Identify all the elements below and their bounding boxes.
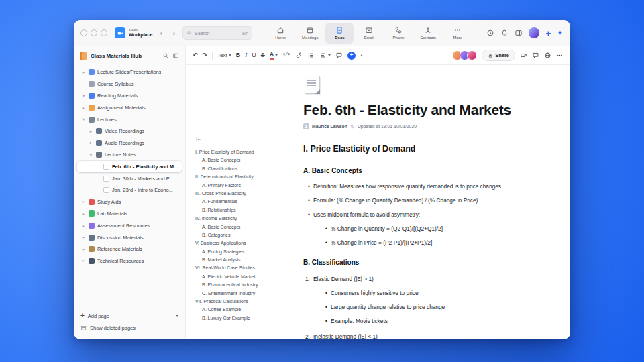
tree-chevron-icon[interactable]: ▸ bbox=[89, 129, 93, 134]
text-style-dropdown[interactable]: Text bbox=[217, 53, 231, 58]
open-comments-button[interactable] bbox=[532, 52, 539, 59]
content-block[interactable]: % Change in Quantity = (Q2-Q1)/[(Q2+Q1)/… bbox=[331, 225, 526, 233]
outline-entry[interactable]: C. Entertainment Industry bbox=[195, 290, 301, 298]
tree-chevron-icon[interactable]: ▾ bbox=[81, 93, 86, 99]
ai-companion-sparkle-icon[interactable] bbox=[557, 27, 564, 39]
tree-chevron-icon[interactable]: ▾ bbox=[89, 152, 93, 158]
tree-item[interactable]: Jan. 30th - Markets and P... bbox=[77, 172, 182, 184]
more-options-button[interactable] bbox=[556, 52, 564, 59]
bold-button[interactable]: B bbox=[236, 52, 241, 58]
italic-button[interactable]: I bbox=[245, 52, 247, 58]
align-dropdown[interactable] bbox=[319, 52, 331, 59]
tree-item[interactable]: ▸ Lecture Slides/Presentations bbox=[77, 66, 182, 78]
document-title[interactable]: Feb. 6th - Elasticity and Markets bbox=[303, 102, 526, 118]
comment-button[interactable] bbox=[335, 52, 343, 59]
content-block[interactable]: A. Basic Concepts bbox=[303, 166, 526, 176]
add-page-button[interactable]: + Add page bbox=[80, 312, 178, 319]
outline-entry[interactable]: B. Relationships bbox=[195, 206, 301, 215]
collapse-toolbar-button[interactable] bbox=[360, 54, 363, 56]
content-block[interactable]: I. Price Elasticity of Demand bbox=[303, 143, 526, 155]
content-block[interactable]: Formula: (% Change in Quantity Demanded)… bbox=[313, 196, 526, 204]
start-video-button[interactable] bbox=[520, 52, 527, 59]
outline-entry[interactable]: B. Classifications bbox=[195, 165, 301, 173]
content-block[interactable]: Definition: Measures how responsive quan… bbox=[313, 182, 526, 190]
outline-entry[interactable]: B. Categories bbox=[195, 231, 301, 239]
bullet-list-button[interactable] bbox=[307, 52, 315, 59]
outline-entry[interactable]: II. Determinants of Elasticity bbox=[195, 173, 301, 181]
add-plus-button[interactable]: + bbox=[545, 29, 551, 38]
tree-item[interactable]: ▸ Assignment Materials bbox=[77, 102, 182, 114]
outline-entry[interactable]: IV. Income Elasticity bbox=[195, 215, 301, 223]
tab-phone[interactable]: Phone bbox=[384, 23, 413, 44]
tree-item[interactable]: ▾ Reading Materials bbox=[77, 90, 182, 102]
side-panel-icon[interactable] bbox=[515, 29, 523, 37]
user-avatar[interactable] bbox=[529, 27, 539, 38]
tree-item[interactable]: ▸ Study Aids bbox=[77, 196, 182, 208]
notifications-bell-icon[interactable] bbox=[500, 29, 508, 37]
content-block[interactable]: Large quantity change relative to price … bbox=[331, 303, 526, 311]
outline-entry[interactable]: B. Market Analysis bbox=[195, 256, 301, 264]
tree-chevron-icon[interactable]: ▸ bbox=[81, 258, 86, 263]
tree-chevron-icon[interactable]: ▸ bbox=[81, 199, 86, 204]
outline-entry[interactable]: I. Price Elasticity of Demand bbox=[195, 148, 301, 156]
outline-entry[interactable]: A. Fundamentals bbox=[195, 198, 301, 206]
outline-entry[interactable]: A. Basic Concepts bbox=[195, 223, 301, 231]
outline-entry[interactable]: V. Business Applications bbox=[195, 239, 301, 247]
tree-item[interactable]: ▸ Audio Recordings bbox=[77, 137, 182, 149]
tree-item[interactable]: ▸ Reference Materials bbox=[77, 243, 182, 255]
chevron-down-icon[interactable] bbox=[176, 315, 178, 317]
undo-button[interactable]: ↶ bbox=[193, 52, 198, 58]
tree-chevron-icon[interactable]: ▸ bbox=[81, 70, 86, 75]
tree-item[interactable]: ▸ Discussion Materials bbox=[77, 231, 182, 243]
tree-item[interactable]: Jan. 23rd - Intro to Econo... bbox=[77, 184, 182, 196]
tree-chevron-icon[interactable]: ▸ bbox=[81, 211, 86, 217]
collapse-outline-button[interactable] bbox=[195, 136, 202, 143]
tree-item[interactable]: Feb. 6th - Elasticity and M... bbox=[77, 161, 182, 173]
tree-chevron-icon[interactable]: ▸ bbox=[81, 223, 86, 229]
outline-entry[interactable]: A. Basic Concepts bbox=[195, 156, 301, 164]
outline-entry[interactable]: VI. Real-World Case Studies bbox=[195, 264, 301, 272]
outline-entry[interactable]: III. Cross-Price Elasticity bbox=[195, 190, 301, 198]
tree-item[interactable]: ▸ Video Recordings bbox=[77, 125, 182, 137]
link-button[interactable] bbox=[295, 52, 303, 59]
tab-docs[interactable]: Docs bbox=[325, 23, 354, 44]
nav-forward-button[interactable]: › bbox=[170, 29, 178, 37]
code-button[interactable]: </> bbox=[282, 53, 290, 58]
text-color-dropdown[interactable]: A bbox=[270, 52, 278, 60]
web-publish-button[interactable] bbox=[544, 52, 551, 59]
tab-more[interactable]: More bbox=[443, 23, 472, 44]
tree-item[interactable]: ▾ Lecture Notes bbox=[77, 149, 182, 161]
outline-entry[interactable]: B. Pharmaceutical Industry bbox=[195, 281, 301, 289]
tree-item[interactable]: Course Syllabus bbox=[77, 78, 182, 90]
document-body[interactable]: Feb. 6th - Elasticity and Markets Mauric… bbox=[303, 76, 526, 339]
history-clock-icon[interactable] bbox=[486, 29, 494, 37]
tree-item[interactable]: ▸ Technical Resources bbox=[77, 255, 182, 267]
tab-contacts[interactable]: Contacts bbox=[414, 23, 442, 44]
close-window-button[interactable] bbox=[80, 29, 87, 36]
outline-entry[interactable]: A. Primary Factors bbox=[195, 182, 301, 190]
show-deleted-pages-button[interactable]: Show deleted pages bbox=[80, 325, 178, 331]
outline-entry[interactable]: A. Coffee Example bbox=[195, 306, 301, 314]
tree-chevron-icon[interactable]: ▸ bbox=[89, 140, 93, 145]
content-block[interactable]: Elastic Demand (|E| > 1) bbox=[313, 275, 526, 283]
underline-button[interactable]: U bbox=[252, 52, 256, 58]
content-block[interactable]: Inelastic Demand (|E| < 1) bbox=[313, 333, 526, 339]
tree-chevron-icon[interactable]: ▸ bbox=[81, 105, 86, 111]
strikethrough-button[interactable]: S bbox=[261, 52, 265, 58]
minimize-window-button[interactable] bbox=[91, 29, 97, 36]
outline-entry[interactable]: A. Pricing Strategies bbox=[195, 248, 301, 256]
collaborator-avatar[interactable] bbox=[467, 50, 477, 60]
content-block[interactable]: Example: Movie tickets bbox=[331, 317, 526, 325]
global-search-input[interactable]: Search ⌘F bbox=[182, 26, 252, 40]
redo-button[interactable]: ↷ bbox=[203, 52, 208, 58]
outline-entry[interactable]: VII. Practical Calculations bbox=[195, 298, 301, 306]
tree-item[interactable]: ▸ Assessment Resources bbox=[77, 220, 182, 232]
sidebar-expand-panel-icon[interactable] bbox=[172, 52, 179, 59]
document-canvas[interactable]: I. Price Elasticity of DemandA. Basic Co… bbox=[186, 65, 570, 339]
tree-item[interactable]: ▾ Lectures bbox=[77, 113, 182, 125]
tree-chevron-icon[interactable]: ▾ bbox=[81, 117, 86, 122]
zoom-window-button[interactable] bbox=[101, 29, 107, 36]
tab-home[interactable]: Home bbox=[266, 23, 294, 44]
content-block[interactable]: B. Classifications bbox=[303, 258, 526, 268]
content-block[interactable]: % Change in Price = (P2-P1)/[(P2+P1)/2] bbox=[331, 239, 526, 247]
